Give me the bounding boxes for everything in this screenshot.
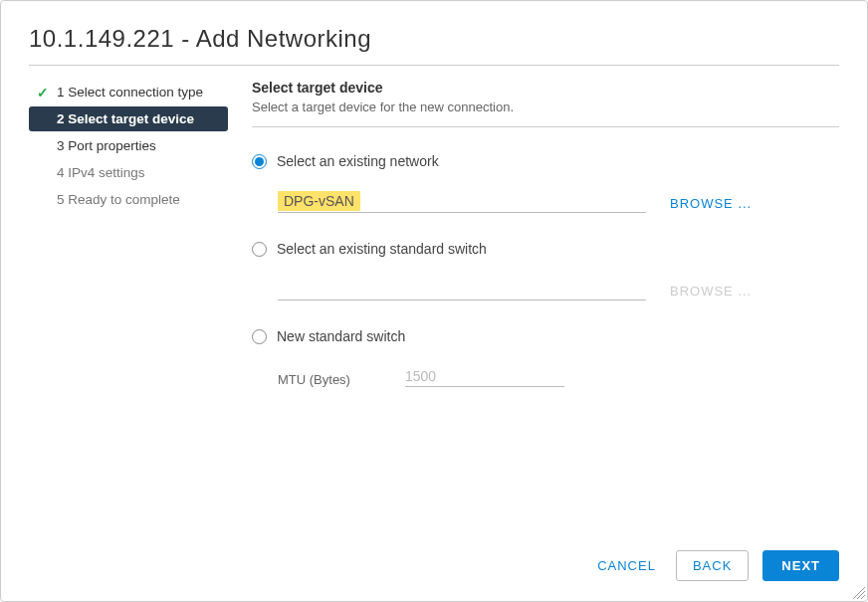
browse-switch-button: BROWSE ... xyxy=(670,284,752,301)
dialog-body: 1 Select connection type 2 Select target… xyxy=(29,66,839,540)
mtu-input xyxy=(405,366,564,387)
content-subtitle: Select a target device for the new conne… xyxy=(252,100,839,127)
radio-icon[interactable] xyxy=(252,242,267,257)
existing-network-field[interactable]: DPG-vSAN xyxy=(278,191,646,213)
new-switch-body: MTU (Bytes) xyxy=(252,348,839,387)
wizard-content: Select target device Select a target dev… xyxy=(252,80,839,540)
dialog-footer: CANCEL BACK NEXT xyxy=(29,540,839,581)
option-new-switch[interactable]: New standard switch xyxy=(252,328,839,344)
option-label: Select an existing standard switch xyxy=(277,241,487,257)
mtu-label: MTU (Bytes) xyxy=(278,372,377,387)
back-button[interactable]: BACK xyxy=(676,550,749,581)
step-ready-complete: 5 Ready to complete xyxy=(29,187,228,212)
option-label: New standard switch xyxy=(277,328,405,344)
content-title: Select target device xyxy=(252,80,839,96)
option-existing-network[interactable]: Select an existing network xyxy=(252,153,839,169)
step-port-properties: 3 Port properties xyxy=(29,133,228,158)
radio-icon[interactable] xyxy=(252,329,267,344)
step-target-device[interactable]: 2 Select target device xyxy=(29,106,228,131)
option-existing-switch[interactable]: Select an existing standard switch xyxy=(252,241,839,257)
dialog-title: 10.1.149.221 - Add Networking xyxy=(29,25,839,66)
existing-network-body: DPG-vSAN BROWSE ... xyxy=(252,173,839,241)
wizard-steps: 1 Select connection type 2 Select target… xyxy=(29,80,228,540)
existing-switch-field xyxy=(278,279,646,301)
browse-network-button[interactable]: BROWSE ... xyxy=(670,196,752,213)
existing-switch-body: BROWSE ... xyxy=(252,261,839,328)
resize-grip-icon xyxy=(853,587,865,599)
selected-network-value: DPG-vSAN xyxy=(278,191,360,211)
add-networking-dialog: 10.1.149.221 - Add Networking 1 Select c… xyxy=(0,0,868,602)
next-button[interactable]: NEXT xyxy=(762,550,839,581)
cancel-button[interactable]: CANCEL xyxy=(591,550,662,581)
step-connection-type[interactable]: 1 Select connection type xyxy=(29,80,228,104)
option-label: Select an existing network xyxy=(277,153,439,169)
radio-icon[interactable] xyxy=(252,154,267,169)
step-ipv4-settings: 4 IPv4 settings xyxy=(29,160,228,185)
